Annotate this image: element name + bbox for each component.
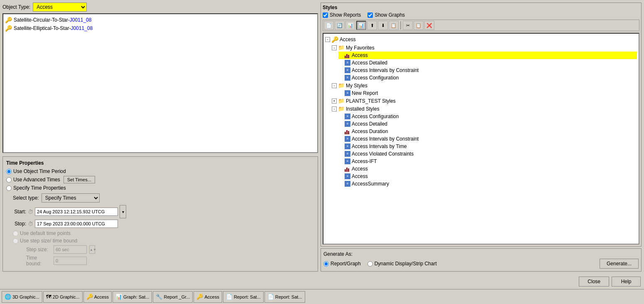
report-icon-summary: ≡	[345, 181, 350, 187]
folder-icon-installed: 📁	[338, 106, 345, 112]
show-graphs-checkbox[interactable]	[367, 12, 373, 18]
specify-time-properties-radio[interactable]	[6, 185, 12, 191]
toolbar-move-down-btn[interactable]: ⬇	[378, 21, 388, 30]
generate-button[interactable]: Generate...	[600, 259, 639, 269]
tree-root-access[interactable]: - 🔑 Access	[325, 35, 637, 44]
toolbar-scissors-btn[interactable]: ✂	[403, 21, 413, 30]
set-times-button[interactable]: Set Times...	[64, 176, 95, 183]
step-size-input	[54, 245, 87, 254]
use-step-size-row: Use step size/ time bound	[13, 238, 314, 244]
tree-toggle-plants-test[interactable]: +	[332, 99, 337, 104]
tree-access-bar-inst[interactable]: Access	[338, 165, 637, 173]
taskbar-3d-icon: 🌐	[5, 294, 11, 300]
styles-tree[interactable]: - 🔑 Access - 📁 My Favorites	[323, 33, 639, 245]
taskbar-item-report-sat2[interactable]: 📄 Report: Sat...	[264, 291, 305, 303]
report-graph-radio[interactable]	[323, 261, 329, 267]
tree-access-configuration-inst[interactable]: ≡ Access Configuration	[338, 113, 637, 120]
use-object-time-period-radio[interactable]	[6, 169, 12, 174]
taskbar-3d-label: 3D Graphic...	[12, 294, 39, 299]
toolbar-page-btn[interactable]: 📄	[324, 21, 334, 30]
tree-access-selected[interactable]: Access	[338, 52, 637, 59]
tree-access-detailed-fav[interactable]: ≡ Access Detailed	[338, 59, 637, 67]
tree-access-detailed-inst[interactable]: ≡ Access Detailed	[338, 120, 637, 128]
help-button[interactable]: Help	[612, 277, 641, 287]
taskbar-item-2d[interactable]: 🗺 2D Graphic...	[43, 291, 83, 303]
report-icon-intervals-constraint-fav: ≡	[345, 67, 350, 73]
tree-toggle-my-styles[interactable]: -	[332, 83, 337, 88]
generate-as-label: Generate As:	[323, 251, 639, 257]
list-item-text: Satellite-Circular-To-Star-J0011_08	[14, 17, 91, 23]
tree-toggle-favorites[interactable]: -	[332, 45, 337, 50]
time-properties-panel: Time Properties Use Object Time Period U…	[2, 156, 318, 272]
taskbar-item-graph[interactable]: 📊 Graph: Sat...	[113, 291, 152, 303]
object-type-select[interactable]: Access	[33, 2, 87, 12]
tree-access-intervals-time[interactable]: ≡ Access Intervals by Time	[338, 143, 637, 150]
start-time-arrow[interactable]: ▾	[120, 205, 126, 218]
styles-toolbar: 📄 🔄 📊 📊 ⬆ ⬇ 📋 ✂ 📋 ❌	[323, 20, 639, 31]
taskbar-item-report-sat1[interactable]: 📄 Report: Sat...	[223, 291, 264, 303]
bar-chart-icon-duration	[345, 129, 350, 134]
tree-duration-label: Access Duration	[352, 129, 388, 134]
start-time-input[interactable]	[35, 208, 118, 216]
tree-my-styles[interactable]: - 📁 My Styles	[332, 82, 637, 89]
toolbar-selected-btn[interactable]: 📊	[356, 21, 366, 30]
tree-new-report[interactable]: ≡ New Report	[338, 89, 637, 97]
tree-access-intervals-constraint-inst[interactable]: ≡ Access Intervals by Constraint	[338, 135, 637, 143]
toolbar-refresh-btn[interactable]: 🔄	[335, 21, 345, 30]
tree-configuration-inst-label: Access Configuration	[352, 114, 399, 119]
taskbar-item-3d[interactable]: 🌐 3D Graphic...	[2, 291, 42, 303]
access-key-icon: 🔑	[331, 36, 338, 43]
list-item[interactable]: 🔑 Satellite-Elliptical-To-Star-J0011_08	[5, 24, 316, 32]
tree-access-summary[interactable]: ≡ AccessSummary	[338, 180, 637, 188]
tree-access-configuration-fav[interactable]: ≡ Access Configuration	[338, 74, 637, 82]
tree-access-detailed-fav-label: Access Detailed	[352, 60, 387, 66]
dynamic-display-row: Dynamic Display/Strip Chart	[367, 261, 437, 267]
toolbar-move-up-btn[interactable]: ⬆	[367, 21, 377, 30]
taskbar-access2-label: Access	[204, 294, 219, 299]
show-reports-label: Show Reports	[330, 12, 361, 18]
bar-chart-icon-access	[345, 52, 350, 58]
tree-access-report-inst[interactable]: ≡ Access	[338, 173, 637, 180]
tree-access-intervals-constraint-fav[interactable]: ≡ Access Intervals by Constraint	[338, 67, 637, 74]
tree-children-favorites: Access ≡ Access Detailed ≡ Access Interv…	[338, 52, 637, 82]
folder-icon-my-styles: 📁	[338, 82, 345, 89]
toolbar-copy-btn[interactable]: 📋	[389, 21, 399, 30]
use-step-size-radio	[13, 238, 18, 244]
object-list[interactable]: 🔑 Satellite-Circular-To-Star-J0011_08 🔑 …	[2, 13, 318, 153]
tree-access-duration[interactable]: Access Duration	[338, 128, 637, 135]
report-icon-configuration-fav: ≡	[345, 75, 350, 81]
taskbar-item-report-gr[interactable]: 🔧 Report _Gr...	[153, 291, 193, 303]
tree-installed-styles[interactable]: - 📁 Installed Styles	[332, 105, 637, 113]
taskbar-item-access1[interactable]: 🔑 Access	[83, 291, 112, 303]
tree-toggle-access[interactable]: -	[325, 37, 330, 42]
step-size-label: Step size:	[26, 247, 51, 252]
toolbar-bar-chart-btn[interactable]: 📊	[345, 21, 355, 30]
use-default-time-points-radio	[13, 231, 18, 236]
tree-access-violated-constraints[interactable]: ≡ Access Violated Constraints	[338, 150, 637, 158]
use-default-time-points-row: Use default time points	[13, 230, 314, 236]
list-item[interactable]: 🔑 Satellite-Circular-To-Star-J0011_08	[5, 16, 316, 24]
taskbar-2d-icon: 🗺	[46, 294, 51, 300]
folder-icon-favorites: 📁	[338, 44, 345, 51]
toolbar-paste-btn[interactable]: 📋	[414, 21, 424, 30]
use-advanced-times-radio[interactable]	[6, 177, 12, 183]
show-graphs-label: Show Graphs	[375, 12, 405, 18]
tree-access-ift[interactable]: ≡ Access-IFT	[338, 158, 637, 165]
close-button[interactable]: Close	[579, 277, 609, 287]
tree-plants-test[interactable]: + 📁 PLANTS_TEST Styles	[332, 97, 637, 105]
report-icon-new-report: ≡	[345, 90, 350, 96]
select-type-dropdown[interactable]: Specify Times	[42, 193, 100, 203]
time-bound-label: Time bound:	[26, 255, 51, 267]
start-time-row: Start: ⏱ ▾	[13, 205, 314, 218]
tree-toggle-installed[interactable]: -	[332, 106, 337, 111]
object-type-label: Object Type:	[2, 4, 30, 10]
stop-clock-icon: ⏱	[28, 221, 33, 227]
use-default-time-points-label: Use default time points	[20, 230, 71, 236]
toolbar-delete-btn[interactable]: ❌	[424, 21, 434, 30]
taskbar-item-access2[interactable]: 🔑 Access	[193, 291, 222, 303]
tree-my-favorites[interactable]: - 📁 My Favorites	[332, 44, 637, 52]
stop-time-input[interactable]	[35, 220, 118, 228]
show-reports-checkbox[interactable]	[323, 12, 328, 18]
step-size-row: Step size: ▲▼	[26, 245, 314, 254]
dynamic-display-radio[interactable]	[367, 261, 373, 267]
